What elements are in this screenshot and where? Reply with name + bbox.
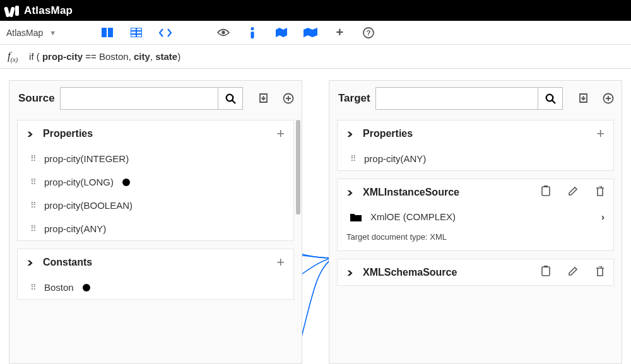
source-search-input[interactable]	[60, 87, 218, 110]
svg-line-15	[552, 100, 555, 103]
chevron-right-icon: ›	[601, 211, 604, 222]
target-import-button[interactable]	[578, 93, 589, 104]
breadcrumb-label: AtlasMap	[6, 28, 43, 38]
import-icon	[578, 93, 589, 104]
card-title: Properties	[43, 128, 270, 139]
target-xml-schema-card: ❯ XMLSchemaSource	[337, 259, 614, 286]
grip-icon: ⠿	[30, 201, 35, 210]
target-search-input[interactable]	[375, 87, 538, 110]
target-search	[375, 87, 563, 110]
mapping-small-button[interactable]	[267, 28, 296, 37]
chevron-down-icon: ❯	[27, 131, 34, 137]
card-title: Properties	[363, 128, 590, 139]
grip-icon: ⠿	[30, 283, 35, 292]
plus-circle-icon	[603, 93, 614, 104]
brand-name: AtlasMap	[24, 4, 73, 17]
target-title: Target	[338, 92, 370, 105]
target-properties-card: ❯ Properties + ⠿ prop-city(ANY)	[337, 120, 614, 171]
preview-button[interactable]	[209, 28, 238, 37]
table-view-button[interactable]	[122, 28, 151, 37]
svg-rect-18	[544, 185, 548, 187]
card-head[interactable]: ❯ XMLSchemaSource	[338, 259, 613, 285]
document-type-label: Target document type: XML	[338, 228, 613, 250]
plus-icon: +	[336, 25, 343, 40]
source-search-button[interactable]	[218, 87, 243, 110]
svg-text:?: ?	[367, 29, 371, 37]
target-add-button[interactable]	[603, 93, 614, 104]
columns-icon	[102, 28, 113, 37]
list-item[interactable]: ⠿ prop-city(BOOLEAN)	[18, 194, 293, 217]
import-icon	[258, 93, 269, 104]
add-property-button[interactable]: +	[596, 127, 604, 141]
trash-icon	[596, 186, 604, 196]
grip-icon: ⠿	[30, 154, 35, 163]
add-button[interactable]: +	[325, 25, 354, 40]
table-icon	[131, 28, 142, 37]
add-property-button[interactable]: +	[276, 127, 285, 141]
trash-icon	[596, 266, 604, 276]
source-add-button[interactable]	[283, 93, 294, 104]
copy-button[interactable]	[541, 185, 550, 199]
breadcrumb[interactable]: AtlasMap ▼	[3, 28, 60, 38]
edit-button[interactable]	[568, 266, 578, 279]
svg-rect-1	[108, 28, 113, 37]
target-xml-instance-card: ❯ XMLInstanceSource XmlOE (COMPLEX) › Ta…	[337, 179, 614, 251]
svg-rect-20	[544, 266, 548, 267]
expression-text: if ( prop-city == Boston, city, state)	[29, 51, 180, 62]
help-icon: ?	[363, 27, 374, 38]
list-item[interactable]: ⠿ prop-city(ANY)	[18, 217, 293, 240]
edit-icon	[568, 186, 578, 196]
main-toolbar: AtlasMap ▼ + ?	[0, 21, 631, 45]
eye-icon	[217, 28, 230, 37]
info-button[interactable]	[238, 27, 267, 38]
card-head[interactable]: ❯ Properties +	[18, 120, 293, 147]
svg-rect-19	[542, 267, 550, 276]
clipboard-icon	[541, 266, 550, 276]
grip-icon: ⠿	[30, 177, 35, 187]
delete-button[interactable]	[596, 186, 604, 199]
list-item[interactable]: ⠿ prop-city(ANY)	[338, 147, 613, 170]
fx-label: f(x)	[8, 50, 18, 63]
list-item[interactable]: XmlOE (COMPLEX) ›	[338, 205, 613, 228]
expression-bar[interactable]: f(x) if ( prop-city == Boston, city, sta…	[0, 45, 631, 69]
chevron-down-icon: ❯	[346, 189, 354, 196]
source-constants-card: ❯ Constants + ⠿ Boston	[17, 249, 294, 300]
edit-button[interactable]	[568, 186, 578, 199]
card-head[interactable]: ❯ Properties +	[338, 120, 613, 147]
folder-icon	[350, 213, 362, 221]
target-search-button[interactable]	[538, 87, 563, 110]
map-wide-icon	[304, 28, 317, 37]
help-button[interactable]: ?	[354, 27, 383, 38]
mapping-anchor-icon[interactable]	[83, 284, 90, 291]
copy-button[interactable]	[541, 266, 550, 279]
source-search	[60, 87, 243, 110]
code-button[interactable]	[151, 28, 180, 37]
grip-icon: ⠿	[30, 224, 35, 233]
card-title: Constants	[43, 257, 270, 268]
brand-logo-icon	[5, 6, 19, 16]
mapping-wide-button[interactable]	[296, 28, 325, 37]
chevron-down-icon: ❯	[346, 269, 354, 276]
columns-view-button[interactable]	[93, 28, 122, 37]
brand-bar: AtlasMap	[0, 0, 631, 21]
search-icon	[545, 93, 556, 104]
clipboard-icon	[541, 185, 550, 196]
svg-point-6	[222, 31, 225, 34]
card-head[interactable]: ❯ Constants +	[18, 249, 293, 276]
add-constant-button[interactable]: +	[276, 255, 285, 269]
svg-rect-0	[102, 28, 107, 37]
delete-button[interactable]	[596, 266, 604, 279]
source-properties-card: ❯ Properties + ⠿ prop-city(INTEGER) ⠿ pr…	[17, 120, 294, 241]
plus-circle-icon	[283, 93, 294, 104]
code-icon	[159, 28, 172, 37]
card-head[interactable]: ❯ XMLInstanceSource	[338, 179, 613, 205]
source-title: Source	[18, 92, 55, 105]
mapping-anchor-icon[interactable]	[122, 179, 130, 186]
list-item[interactable]: ⠿ Boston	[18, 276, 293, 299]
source-scrollbar[interactable]	[296, 120, 300, 214]
source-panel: Source ❯ Properties	[9, 80, 302, 364]
list-item[interactable]: ⠿ prop-city(LONG)	[18, 170, 293, 194]
chevron-down-icon: ❯	[27, 259, 34, 266]
source-import-button[interactable]	[258, 93, 269, 104]
list-item[interactable]: ⠿ prop-city(INTEGER)	[18, 147, 293, 170]
